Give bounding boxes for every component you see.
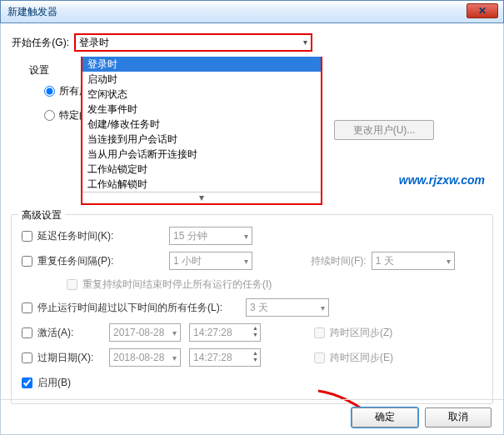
enabled-label: 启用(B) <box>37 376 169 390</box>
dialog-footer: 确定 取消 <box>1 399 503 434</box>
repeat-interval-combobox[interactable]: 1 小时▾ <box>169 252 252 270</box>
activate-time[interactable]: 14:27:28▲▼ <box>189 323 261 342</box>
stop-after-repeat-checkbox <box>67 279 77 290</box>
duration-label: 持续时间(F): <box>311 254 367 268</box>
start-task-dropdown[interactable]: 登录时启动时空闲状态发生事件时创建/修改任务时当连接到用户会话时当从用户会话断开… <box>81 57 322 205</box>
start-task-value: 登录时 <box>79 36 109 50</box>
chevron-down-icon: ▾ <box>172 353 177 362</box>
activate-checkbox[interactable] <box>22 328 32 338</box>
dropdown-option[interactable]: 创建/修改任务时 <box>82 117 321 132</box>
spin-icon[interactable]: ▲▼ <box>252 325 258 338</box>
dropdown-option[interactable]: 工作站锁定时 <box>82 162 321 177</box>
radio-specific-user-input[interactable] <box>44 110 55 121</box>
titlebar: 新建触发器 ✕ <box>0 0 504 23</box>
stop-after-repeat-label: 重复持续时间结束时停止所有运行的任务(I) <box>82 278 272 292</box>
dropdown-option[interactable]: 启动时 <box>82 72 321 87</box>
activate-tz-checkbox <box>314 328 325 338</box>
chevron-down-icon: ▾ <box>321 303 325 312</box>
dropdown-option[interactable]: 空闲状态 <box>82 87 321 102</box>
expire-date[interactable]: 2018-08-28▾ <box>109 348 181 367</box>
close-button[interactable]: ✕ <box>467 3 498 18</box>
spin-icon[interactable]: ▲▼ <box>252 350 258 363</box>
close-icon: ✕ <box>478 5 487 17</box>
start-task-combobox[interactable]: 登录时 ▾ <box>74 33 312 52</box>
chevron-down-icon: ▾ <box>244 232 248 241</box>
ok-button[interactable]: 确定 <box>352 408 418 428</box>
cancel-button[interactable]: 取消 <box>425 408 492 428</box>
start-task-label: 开始任务(G): <box>11 36 69 50</box>
activate-tz-label: 跨时区同步(Z) <box>330 326 392 340</box>
delay-combobox[interactable]: 15 分钟▾ <box>169 227 252 245</box>
change-user-button: 更改用户(U)... <box>334 120 434 140</box>
activate-label: 激活(A): <box>37 326 109 340</box>
window-title: 新建触发器 <box>7 5 57 19</box>
advanced-groupbox: 高级设置 延迟任务时间(K): 15 分钟▾ 重复任务间隔(P): 1 小时▾ … <box>11 214 493 404</box>
enabled-checkbox[interactable] <box>22 378 32 388</box>
expire-time[interactable]: 14:27:28▲▼ <box>189 348 261 367</box>
dropdown-option[interactable]: 工作站解锁时 <box>82 177 321 192</box>
activate-date[interactable]: 2017-08-28▾ <box>109 323 181 342</box>
duration-combobox[interactable]: 1 天▾ <box>372 252 455 270</box>
advanced-title: 高级设置 <box>18 208 65 222</box>
stop-long-label: 停止运行时间超过以下时间的所有任务(L): <box>37 301 246 315</box>
expire-tz-label: 跨时区同步(E) <box>330 351 393 365</box>
dropdown-option[interactable]: 发生事件时 <box>82 102 321 117</box>
dropdown-option[interactable]: 登录时 <box>82 57 321 72</box>
repeat-label: 重复任务间隔(P): <box>37 254 169 268</box>
expire-tz-checkbox <box>314 352 325 363</box>
dialog-content: 开始任务(G): 登录时 ▾ 登录时启动时空闲状态发生事件时创建/修改任务时当连… <box>0 23 504 435</box>
stop-long-checkbox[interactable] <box>22 302 32 313</box>
dropdown-scrolldown-icon[interactable]: ▾ <box>82 192 321 203</box>
chevron-down-icon: ▾ <box>172 328 177 338</box>
chevron-down-icon: ▾ <box>244 257 248 266</box>
dropdown-option[interactable]: 当连接到用户会话时 <box>82 132 321 147</box>
delay-checkbox[interactable] <box>22 231 32 242</box>
chevron-down-icon: ▾ <box>447 257 451 266</box>
expire-label: 过期日期(X): <box>37 351 109 365</box>
dropdown-option[interactable]: 当从用户会话断开连接时 <box>82 147 321 162</box>
delay-label: 延迟任务时间(K): <box>37 229 169 243</box>
expire-checkbox[interactable] <box>22 352 32 363</box>
stop-long-combobox[interactable]: 3 天▾ <box>246 298 329 317</box>
repeat-checkbox[interactable] <box>22 256 32 267</box>
chevron-down-icon: ▾ <box>303 38 307 47</box>
radio-all-users-input[interactable] <box>44 86 55 97</box>
watermark: www.rjzxw.com <box>399 173 485 187</box>
